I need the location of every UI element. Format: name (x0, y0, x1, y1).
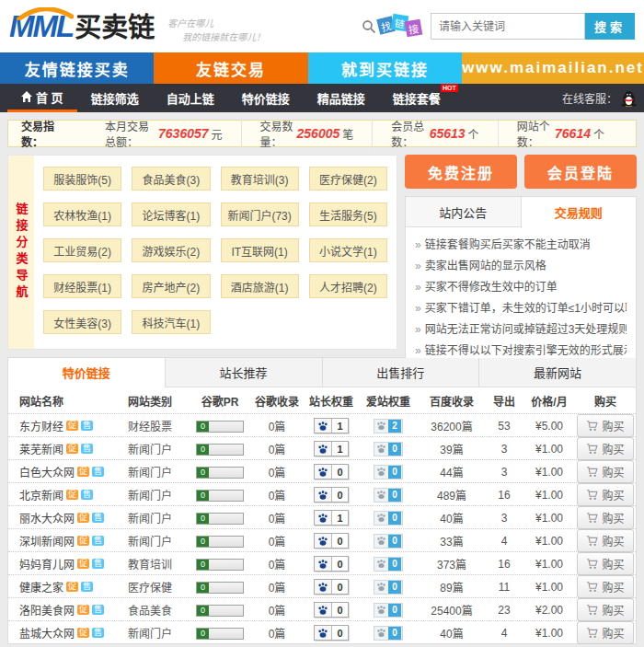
buy-button[interactable]: 购买 (577, 437, 633, 460)
banner-seg-4[interactable]: www.maimailian.net (462, 52, 644, 84)
category-button[interactable]: 服装服饰(5) (43, 167, 121, 191)
banner-seg-2[interactable]: 友链交易 (154, 52, 307, 84)
stat-value: 256005 (297, 126, 340, 141)
nav-item-premium[interactable]: 精品链接 (304, 84, 379, 112)
buy-button[interactable]: 购买 (577, 414, 633, 437)
stat-label: 网站个数： (517, 118, 552, 149)
google-index-cell: 0篇 (251, 464, 303, 479)
site-name-link[interactable]: 健康之家 (19, 579, 63, 595)
category-button[interactable]: 生活服务(5) (309, 202, 387, 226)
buy-button[interactable]: 购买 (577, 460, 633, 483)
stat-monthly-total: 本月交易总额： 7636057 元 (86, 118, 241, 149)
nav-item-home[interactable]: 首 页 (7, 84, 77, 112)
buy-button[interactable]: 购买 (577, 483, 633, 506)
rule-link[interactable]: »链接套餐购买后买家不能主动取消 (415, 235, 627, 256)
category-button[interactable]: 论坛博客(1) (132, 202, 210, 226)
online-service-label: 在线客服： (562, 90, 617, 106)
buy-button[interactable]: 购买 (577, 506, 633, 529)
category-button[interactable]: 工业贸易(2) (43, 238, 121, 262)
rule-link[interactable]: »买家下错订单，未生效的订单≤1小时可以取消 (415, 298, 627, 319)
login-button[interactable]: 会员登陆 (524, 155, 637, 189)
site-category: 食品美食 (128, 602, 189, 618)
price-cell: ¥1.00 (522, 535, 577, 548)
category-button[interactable]: 房产地产(2) (132, 274, 210, 298)
site-name-link[interactable]: 洛阳美食网 (19, 602, 75, 618)
buy-button[interactable]: 购买 (577, 621, 633, 644)
register-button[interactable]: 免费注册 (405, 155, 517, 189)
category-button[interactable]: 食品美食(3) (132, 167, 210, 191)
buy-button-label: 购买 (602, 533, 624, 549)
category-button[interactable]: 教育培训(3) (221, 167, 299, 191)
tab-special-links[interactable]: 特价链接 (8, 358, 165, 387)
site-category: 新闻门户 (128, 464, 189, 479)
search-input[interactable] (431, 13, 585, 40)
cart-icon (586, 605, 598, 616)
site-name-link[interactable]: 盐城大众网 (19, 625, 75, 641)
stat-label: 本月交易总额： (105, 118, 155, 149)
paw-icon (374, 467, 388, 477)
category-button[interactable]: 人才招聘(2) (309, 274, 387, 298)
rule-link[interactable]: »网站无法正常访问或掉链超过3天处理规则 (415, 319, 627, 341)
promo-badge: 促 (66, 444, 78, 454)
site-name-link[interactable]: 北京新闻 (19, 487, 63, 503)
site-name-link[interactable]: 妈妈育儿网 (19, 556, 75, 572)
rule-link[interactable]: »卖家出售网站的显示风格 (415, 256, 627, 277)
category-button[interactable]: 游戏娱乐(2) (132, 238, 210, 262)
category-button[interactable]: 财经股票(1) (43, 274, 121, 298)
category-button[interactable]: 酒店旅游(1) (221, 274, 299, 298)
banner-seg-3[interactable]: 就到买链接 (308, 52, 462, 84)
aizhan-weight-cell: 0 (360, 603, 417, 618)
weight-value: 0 (388, 466, 401, 479)
aizhan-weight-badge: 0 (374, 442, 403, 456)
tab-trade-rules[interactable]: 交易规则 (522, 197, 637, 227)
category-button[interactable]: 医疗保健(2) (309, 167, 387, 191)
promo-badge: 促 (77, 536, 89, 546)
buy-button[interactable]: 购买 (577, 575, 633, 598)
site-name-link[interactable]: 东方财经 (19, 418, 63, 433)
category-button[interactable]: 科技汽车(1) (132, 310, 210, 334)
weight-value: 0 (332, 582, 348, 593)
site-logo[interactable]: MML 买卖链 (9, 11, 155, 41)
rule-text: 买家下错订单，未生效的订单≤1小时可以取消 (425, 302, 627, 315)
search-button[interactable]: 搜索 (585, 13, 635, 40)
rule-link[interactable]: »买家不得修改生效中的订单 (415, 277, 627, 298)
site-name-link[interactable]: 白色大众网 (19, 464, 75, 479)
tab-newest-sites[interactable]: 最新网站 (478, 358, 636, 387)
logo-swoosh-icon (17, 7, 74, 20)
category-button[interactable]: 新闻门户(73) (221, 202, 299, 226)
nav-item-package[interactable]: 链接套餐 HOT (379, 84, 454, 112)
category-button[interactable]: 小说文学(1) (309, 238, 387, 262)
online-service[interactable]: 在线客服： (562, 84, 637, 112)
site-name-link[interactable]: 深圳新闻网 (19, 533, 75, 549)
category-button[interactable]: IT互联网(1) (221, 238, 299, 262)
banner-seg-1[interactable]: 友情链接买卖 (0, 52, 154, 84)
nav-item-filter[interactable]: 链接筛选 (77, 84, 153, 112)
pagerank-bar: 0 (196, 444, 244, 456)
category-button[interactable]: 女性美容(3) (43, 310, 121, 334)
nav-item-special[interactable]: 特价链接 (228, 84, 304, 112)
buy-button[interactable]: 购买 (577, 529, 633, 552)
nav-item-autolink[interactable]: 自动上链 (153, 84, 228, 112)
weight-value: 0 (388, 443, 401, 456)
pagerank-bar: 0 (196, 490, 244, 502)
buy-button-label: 购买 (602, 556, 624, 572)
notice-tabs: 站内公告 交易规则 (406, 197, 636, 227)
category-panel-title: 链接分类导航 (13, 202, 30, 302)
category-button[interactable]: 农林牧渔(1) (43, 202, 121, 226)
site-name-link[interactable]: 丽水大众网 (19, 510, 75, 526)
stat-label: 交易数量： (260, 118, 294, 149)
buy-button-label: 购买 (602, 441, 624, 456)
aizhan-weight-cell: 0 (360, 511, 417, 526)
tab-webmaster-picks[interactable]: 站长推荐 (165, 358, 322, 387)
site-name-link[interactable]: 莱芜新闻 (19, 441, 63, 456)
chevron-right-icon: » (415, 260, 421, 272)
price-cell: ¥1.00 (522, 489, 577, 502)
buy-button[interactable]: 购买 (577, 552, 633, 575)
tab-sales-ranking[interactable]: 出售排行 (322, 358, 479, 387)
stat-value: 76614 (555, 126, 591, 141)
tab-site-announcements[interactable]: 站内公告 (406, 197, 522, 227)
weight-value: 0 (388, 558, 401, 571)
aizhan-weight-badge: 0 (374, 465, 403, 479)
buy-button[interactable]: 购买 (577, 598, 633, 621)
pagerank-value: 0 (197, 514, 209, 524)
